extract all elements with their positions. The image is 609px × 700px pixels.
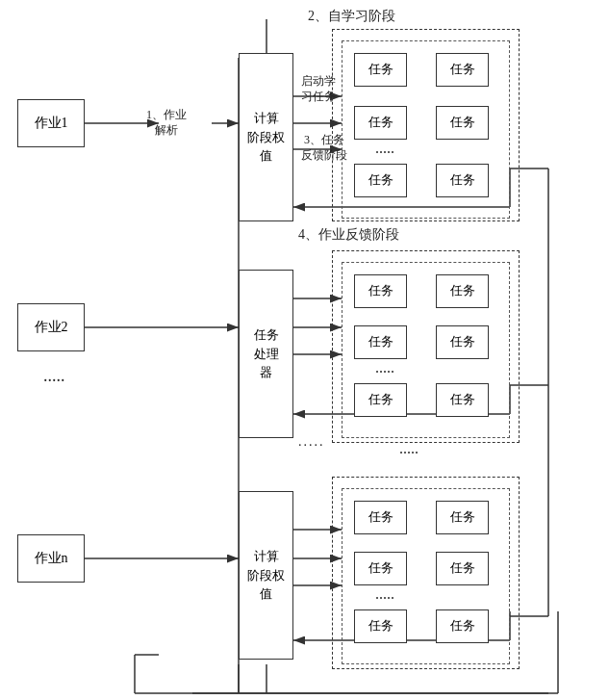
task-1-4: 任务 xyxy=(436,106,489,140)
phase2-label: 2、自学习阶段 xyxy=(308,8,395,25)
calc1-box: 计算 阶段权 值 xyxy=(239,53,293,221)
task-1-6: 任务 xyxy=(436,164,489,197)
task-1-2: 任务 xyxy=(436,53,489,87)
dots-sec1: ····· xyxy=(375,144,394,162)
job1-box: 作业1 xyxy=(17,99,85,147)
task-3-5: 任务 xyxy=(354,609,407,643)
dots-jobs: ····· xyxy=(43,371,65,392)
calc2-box: 任务 处理 器 xyxy=(239,270,293,438)
jobn-box: 作业n xyxy=(17,534,85,583)
task-1-3: 任务 xyxy=(354,106,407,140)
task-1-1: 任务 xyxy=(354,53,407,87)
parse-label: 1、作业 解析 xyxy=(146,108,187,138)
task-3-3: 任务 xyxy=(354,552,407,585)
task-1-5: 任务 xyxy=(354,164,407,197)
task-3-1: 任务 xyxy=(354,501,407,534)
dots-sec2: ····· xyxy=(375,364,394,381)
task-2-2: 任务 xyxy=(436,274,489,308)
task-3-6: 任务 xyxy=(436,609,489,643)
dots-sec3: ····· xyxy=(375,590,394,608)
task-2-6: 任务 xyxy=(436,383,489,417)
dots-mid1: ····· xyxy=(298,438,325,454)
start-task-label: 启动学 习任务 xyxy=(301,74,336,104)
job2-box: 作业2 xyxy=(17,303,85,351)
task-3-2: 任务 xyxy=(436,501,489,534)
task-3-4: 任务 xyxy=(436,552,489,585)
calc3-box: 计算 阶段权 值 xyxy=(239,491,293,660)
phase4-label: 4、作业反馈阶段 xyxy=(298,226,399,244)
diagram: 2、自学习阶段 4、作业反馈阶段 ····· 作业1 作业2 ····· 作业n… xyxy=(0,0,609,700)
task-2-1: 任务 xyxy=(354,274,407,308)
task-2-4: 任务 xyxy=(436,325,489,359)
dots-vertical-mid: ····· xyxy=(399,445,419,462)
task-2-3: 任务 xyxy=(354,325,407,359)
task-2-5: 任务 xyxy=(354,383,407,417)
